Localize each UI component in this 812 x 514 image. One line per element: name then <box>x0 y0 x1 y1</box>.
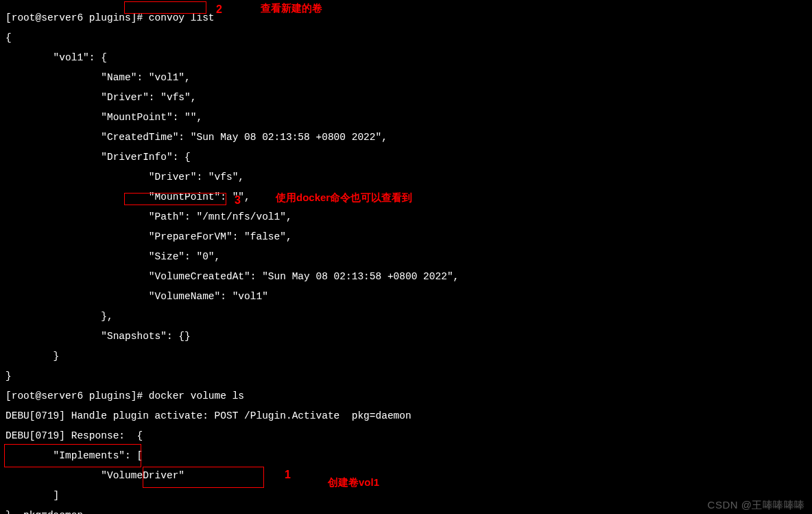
output-line: "VolumeName": "vol1" <box>5 292 807 302</box>
output-line: DEBU[0719] Handle plugin activate: POST … <box>5 411 807 421</box>
shell-prompt: [root@server6 plugins]# <box>5 12 149 23</box>
output-line: { <box>5 33 807 43</box>
output-line: } <box>5 371 807 382</box>
output-line: "Size": "0", <box>5 252 807 262</box>
output-line: "Name": "vol1", <box>5 73 807 83</box>
output-line: } <box>5 351 807 362</box>
output-line: "CreatedTime": "Sun May 08 02:13:58 +080… <box>5 132 807 143</box>
output-line: }, <box>5 312 807 322</box>
output-line: } pkg=daemon <box>5 511 807 515</box>
output-line: "MountPoint": "", <box>5 113 807 123</box>
output-line: "PrepareForVM": "false", <box>5 232 807 242</box>
command-docker-volume-ls[interactable]: docker volume ls <box>149 390 244 401</box>
output-line: DEBU[0719] Response: { <box>5 431 807 441</box>
output-line: "MountPoint": "", <box>5 192 807 202</box>
output-line: "DriverInfo": { <box>5 152 807 163</box>
shell-prompt: [root@server6 plugins]# <box>5 390 149 401</box>
output-line: "Driver": "vfs", <box>5 93 807 103</box>
output-line: "Snapshots": {} <box>5 331 807 342</box>
output-line: "Implements": [ <box>5 451 807 461</box>
terminal[interactable]: [root@server6 plugins]# convoy list { "v… <box>0 0 812 514</box>
output-line: "Driver": "vfs", <box>5 172 807 183</box>
output-line: "VolumeCreatedAt": "Sun May 08 02:13:58 … <box>5 272 807 282</box>
output-line: "Path": "/mnt/nfs/vol1", <box>5 212 807 222</box>
output-line: "VolumeDriver" <box>5 471 807 481</box>
output-line: "vol1": { <box>5 53 807 63</box>
command-convoy-list[interactable]: convoy list <box>149 12 215 23</box>
output-line: ] <box>5 491 807 501</box>
